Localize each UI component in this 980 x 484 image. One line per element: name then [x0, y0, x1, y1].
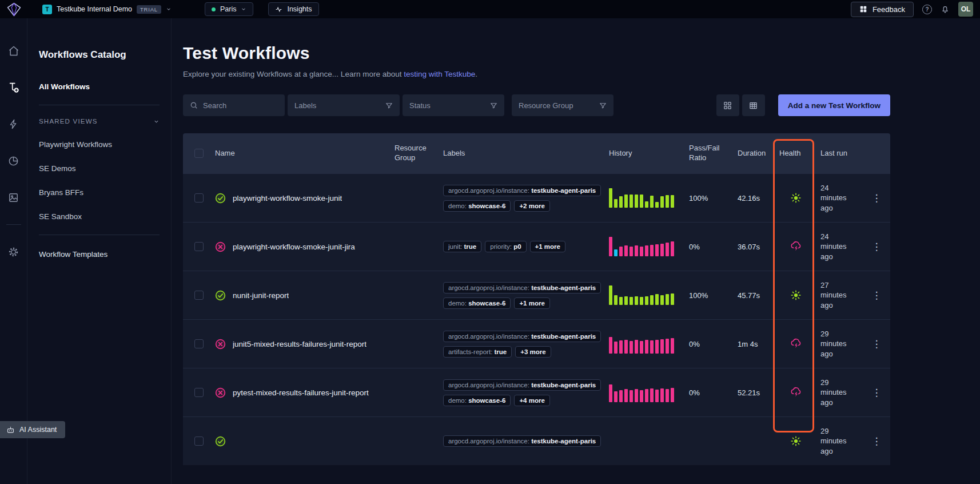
- history-bar: [619, 340, 623, 354]
- environment-selector[interactable]: Paris: [205, 2, 253, 16]
- user-avatar[interactable]: OL: [958, 2, 973, 17]
- history-bar: [660, 295, 664, 305]
- pass-fail-ratio: 0%: [680, 340, 729, 348]
- workflow-name[interactable]: junit5-mixed-results-failures-junit-repo…: [233, 340, 366, 348]
- test-workflows-icon[interactable]: [7, 81, 20, 94]
- resource-group-filter[interactable]: Resource Group: [512, 94, 614, 116]
- labels-more-chip[interactable]: +3 more: [515, 346, 551, 358]
- feedback-icon: [859, 5, 867, 13]
- table-view-button[interactable]: [742, 94, 765, 116]
- last-run: 27 minutes ago: [817, 280, 863, 311]
- table-row[interactable]: junit5-mixed-results-failures-junit-repo…: [183, 319, 890, 368]
- org-selector[interactable]: T Testkube Internal Demo TRIAL: [42, 5, 172, 14]
- history-bar: [614, 295, 618, 305]
- labels-more-chip[interactable]: +2 more: [514, 200, 549, 212]
- shared-views-heading: SHARED VIEWS: [39, 118, 98, 125]
- sidebar-item-workflow-templates[interactable]: Workflow Templates: [39, 250, 160, 259]
- label-chip: demo: showcase-6: [443, 200, 511, 212]
- history-bars[interactable]: [603, 334, 680, 354]
- table-row[interactable]: argocd.argoproj.io/instance: testkube-ag…: [183, 416, 890, 465]
- ai-assistant-button[interactable]: AI Assistant: [0, 421, 65, 438]
- help-icon[interactable]: ?: [922, 5, 932, 14]
- sun-icon: [790, 435, 802, 447]
- feedback-button[interactable]: Feedback: [851, 2, 914, 17]
- history-bar: [660, 339, 664, 354]
- row-checkbox[interactable]: [194, 193, 204, 203]
- labels-filter[interactable]: Labels: [288, 94, 400, 116]
- table-row[interactable]: playwright-workflow-smoke-junitargocd.ar…: [183, 173, 890, 222]
- sidebar-item-se-sandbox[interactable]: SE Sandbox: [39, 212, 160, 221]
- insights-button[interactable]: Insights: [268, 2, 318, 16]
- testkube-logo[interactable]: [0, 2, 27, 17]
- row-checkbox[interactable]: [194, 291, 204, 300]
- history-bars[interactable]: [603, 237, 680, 256]
- table-row[interactable]: playwright-workflow-smoke-junit-jirajuni…: [183, 222, 890, 271]
- row-menu-button[interactable]: ⋮: [867, 239, 886, 255]
- page-title: Test Workflows: [183, 43, 980, 63]
- workflow-name[interactable]: pytest-mixed-results-failures-junit-repo…: [233, 388, 369, 397]
- row-checkbox[interactable]: [194, 388, 204, 397]
- row-menu-button[interactable]: ⋮: [867, 287, 886, 304]
- row-checkbox[interactable]: [194, 242, 204, 251]
- header-duration: Duration: [729, 149, 775, 158]
- row-menu-button[interactable]: ⋮: [867, 336, 886, 352]
- history-bars[interactable]: [603, 188, 680, 208]
- row-menu-button[interactable]: ⋮: [867, 190, 886, 207]
- shared-views-section-toggle[interactable]: SHARED VIEWS: [39, 118, 160, 125]
- label-chip: argocd.argoproj.io/instance: testkube-ag…: [443, 282, 601, 293]
- notifications-bell-icon[interactable]: [941, 5, 950, 14]
- pie-chart-icon[interactable]: [7, 154, 20, 167]
- history-bars[interactable]: [603, 383, 680, 402]
- row-menu-button[interactable]: ⋮: [867, 433, 886, 450]
- history-bar: [655, 294, 659, 305]
- history-bar: [645, 389, 648, 402]
- header-name: Name: [215, 149, 395, 158]
- table-row[interactable]: pytest-mixed-results-failures-junit-repo…: [183, 368, 890, 416]
- storm-icon: [790, 386, 802, 399]
- labels-more-chip[interactable]: +1 more: [530, 241, 565, 252]
- labels-more-chip[interactable]: +4 more: [514, 395, 549, 406]
- workflow-name[interactable]: playwright-workflow-smoke-junit: [233, 194, 342, 203]
- history-bar: [635, 195, 638, 208]
- workflow-name[interactable]: nunit-junit-report: [233, 291, 289, 300]
- settings-gear-icon[interactable]: [7, 245, 20, 258]
- workflow-name[interactable]: playwright-workflow-smoke-junit-jira: [233, 243, 355, 251]
- artifacts-image-icon[interactable]: [7, 191, 20, 204]
- history-bar: [640, 390, 643, 402]
- labels-cell: argocd.argoproj.io/instance: testkube-ag…: [440, 282, 603, 309]
- funnel-filter-icon: [385, 102, 393, 109]
- history-bars[interactable]: [603, 285, 680, 305]
- table-body: playwright-workflow-smoke-junitargocd.ar…: [183, 173, 890, 465]
- table-row[interactable]: nunit-junit-reportargocd.argoproj.io/ins…: [183, 271, 890, 319]
- history-bar: [671, 338, 674, 354]
- row-checkbox[interactable]: [194, 437, 204, 446]
- cross-circle-icon: [215, 387, 226, 398]
- triggers-bolt-icon[interactable]: [7, 118, 20, 130]
- sidebar-item-all-workflows[interactable]: All Workflows: [39, 82, 160, 91]
- pass-fail-ratio: 100%: [680, 194, 729, 203]
- home-icon[interactable]: [7, 45, 20, 57]
- last-run: 24 minutes ago: [817, 183, 863, 213]
- history-bar: [671, 195, 674, 208]
- header-health: Health: [775, 149, 817, 158]
- search-input[interactable]: [203, 101, 278, 110]
- header-resource-group: Resource Group: [395, 144, 440, 163]
- add-test-workflow-button[interactable]: Add a new Test Workflow: [778, 94, 890, 116]
- history-bar: [640, 297, 643, 305]
- history-bars[interactable]: [603, 431, 680, 451]
- sidebar-item-bryans-bffs[interactable]: Bryans BFFs: [39, 188, 160, 197]
- row-checkbox[interactable]: [194, 339, 204, 348]
- row-menu-button[interactable]: ⋮: [867, 384, 886, 401]
- view-toggle-group: [716, 94, 765, 116]
- labels-more-chip[interactable]: +1 more: [514, 297, 549, 309]
- sidebar-item-se-demos[interactable]: SE Demos: [39, 164, 160, 173]
- status-filter[interactable]: Status: [403, 94, 504, 116]
- grid-view-button[interactable]: [716, 94, 739, 116]
- sidebar-item-playwright-workflows[interactable]: Playwright Workflows: [39, 140, 160, 149]
- select-all-checkbox[interactable]: [194, 149, 204, 158]
- header-history: History: [603, 149, 680, 158]
- labels-cell: junit: truepriority: p0+1 more: [440, 241, 603, 252]
- testing-with-testkube-link[interactable]: testing with Testkube: [404, 70, 475, 78]
- history-bar: [645, 201, 648, 208]
- history-bar: [619, 297, 623, 305]
